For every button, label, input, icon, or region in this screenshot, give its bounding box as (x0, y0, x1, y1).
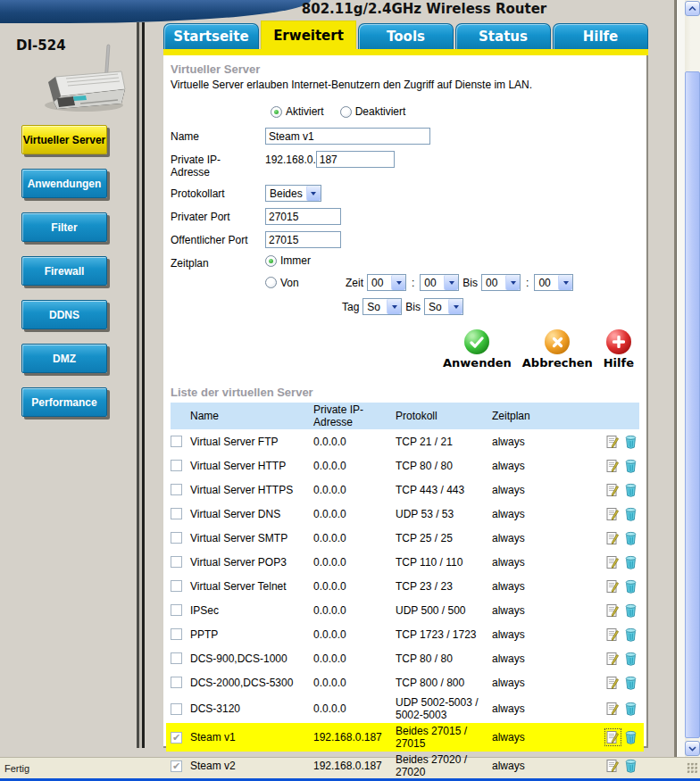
day-to-select[interactable]: So (424, 298, 463, 315)
abbrechen-button[interactable]: Abbrechen (522, 329, 593, 370)
delete-icon[interactable] (624, 554, 638, 570)
radio-deaktiviert[interactable]: Deaktiviert (340, 105, 406, 118)
hilfe-button[interactable]: Hilfe (604, 329, 634, 370)
delete-icon[interactable] (624, 758, 638, 774)
row-checkbox[interactable] (171, 604, 182, 616)
sidebar-item-ddns[interactable]: DDNS (21, 300, 107, 329)
table-row: Virtual Server POP3 0.0.0.0 TCP 110 / 11… (171, 550, 639, 574)
edit-icon[interactable] (605, 675, 621, 691)
edit-icon[interactable] (605, 651, 621, 667)
row-schedule: always (492, 628, 556, 641)
delete-icon[interactable] (624, 675, 638, 691)
anwenden-button[interactable]: Anwenden (443, 329, 512, 370)
tab-erweitert[interactable]: Erweitert (261, 21, 356, 49)
vertical-scrollbar[interactable] (685, 0, 700, 757)
col-ip: Private IP-Adresse (313, 403, 396, 428)
radio-button-icon[interactable] (340, 106, 352, 118)
edit-icon[interactable] (605, 482, 621, 498)
row-checkbox[interactable] (171, 677, 182, 688)
sidebar-item-anwendungen[interactable]: Anwendungen (21, 169, 107, 198)
delete-icon[interactable] (624, 729, 638, 745)
scroll-up-button[interactable] (685, 1, 700, 16)
col-name: Name (190, 410, 313, 422)
public-port-label: Offentlicher Port (171, 231, 265, 246)
sidebar-item-firewall[interactable]: Firewall (21, 256, 107, 286)
delete-icon[interactable] (624, 482, 638, 498)
edit-icon[interactable] (605, 554, 621, 570)
time-to-hour-select[interactable]: 00 (481, 274, 521, 291)
private-port-input[interactable] (265, 208, 341, 225)
row-protocol: TCP 110 / 110 (396, 556, 492, 569)
delete-icon[interactable] (624, 701, 638, 717)
radio-immer[interactable]: Immer (265, 254, 311, 267)
edit-icon[interactable] (605, 530, 621, 546)
edit-icon[interactable] (605, 602, 621, 619)
row-checkbox[interactable] (171, 532, 182, 544)
scrollbar-thumb[interactable] (685, 71, 700, 738)
sidebar-item-filter[interactable]: Filter (21, 212, 107, 242)
edit-icon[interactable] (605, 729, 621, 745)
row-checkbox[interactable] (171, 760, 182, 772)
row-checkbox[interactable] (171, 732, 182, 744)
private-port-label: Privater Port (171, 208, 265, 223)
row-checkbox[interactable] (171, 556, 182, 568)
tab-status[interactable]: Status (455, 23, 551, 49)
delete-icon[interactable] (624, 434, 638, 450)
delete-icon[interactable] (624, 506, 638, 522)
row-checkbox[interactable] (171, 703, 182, 715)
row-protocol: TCP 80 / 80 (396, 460, 492, 472)
row-name: Virtual Server HTTP (190, 460, 313, 472)
edit-icon[interactable] (605, 758, 621, 774)
tab-tools[interactable]: Tools (358, 23, 454, 49)
section-title: Virtueller Server (171, 62, 639, 76)
time-from-hour-select[interactable]: 00 (367, 274, 406, 291)
delete-icon[interactable] (624, 651, 638, 667)
time-to-min-select[interactable]: 00 (534, 274, 573, 291)
edit-icon[interactable] (605, 701, 621, 717)
edit-icon[interactable] (605, 578, 621, 594)
sidebar-item-performance[interactable]: Performance (21, 387, 107, 417)
viewport-right-edge (670, 0, 685, 757)
delete-icon[interactable] (624, 458, 638, 474)
row-name: DCS-900,DCS-1000 (190, 652, 313, 665)
content-panel: Virtueller Server Virtuelle Server erlau… (163, 55, 648, 748)
row-checkbox[interactable] (171, 628, 182, 640)
delete-icon[interactable] (624, 627, 638, 643)
delete-icon[interactable] (624, 578, 638, 594)
row-schedule: always (492, 604, 556, 617)
day-from-select[interactable]: So (362, 298, 402, 315)
row-checkbox[interactable] (171, 508, 182, 519)
edit-icon[interactable] (605, 506, 621, 522)
edit-icon[interactable] (605, 458, 621, 474)
radio-button-icon[interactable] (265, 277, 277, 288)
table-header: Name Private IP-Adresse Protokoll Zeitpl… (171, 403, 639, 429)
row-schedule: always (492, 460, 556, 472)
row-name: IPSec (190, 604, 313, 617)
radio-button-icon[interactable] (271, 106, 282, 118)
public-port-input[interactable] (265, 231, 341, 248)
sidebar-item-virtueller-server[interactable]: Virtueller Server (21, 125, 107, 154)
delete-icon[interactable] (624, 602, 638, 619)
table-row: Virtual Server Telnet 0.0.0.0 TCP 23 / 2… (171, 574, 639, 598)
time-from-min-select[interactable]: 00 (420, 274, 459, 291)
row-checkbox[interactable] (171, 580, 182, 592)
edit-icon[interactable] (605, 627, 621, 643)
row-checkbox[interactable] (171, 436, 182, 447)
tab-hilfe[interactable]: Hilfe (553, 23, 648, 49)
resize-grip[interactable] (687, 762, 698, 774)
radio-button-icon[interactable] (265, 255, 277, 267)
edit-icon[interactable] (605, 434, 621, 450)
row-checkbox[interactable] (171, 484, 182, 495)
row-checkbox[interactable] (171, 652, 182, 664)
name-input[interactable] (265, 128, 430, 145)
protocol-select[interactable]: Beides (265, 185, 321, 202)
delete-icon[interactable] (624, 530, 638, 546)
sidebar-item-dmz[interactable]: DMZ (21, 344, 107, 373)
tab-startseite[interactable]: Startseite (163, 23, 259, 49)
radio-von[interactable]: Von (265, 277, 299, 289)
private-ip-input[interactable] (316, 151, 395, 168)
scroll-down-button[interactable] (685, 741, 700, 756)
row-ip: 192.168.0.187 (313, 731, 396, 744)
row-checkbox[interactable] (171, 460, 182, 471)
radio-aktiviert[interactable]: Aktiviert (271, 105, 324, 118)
